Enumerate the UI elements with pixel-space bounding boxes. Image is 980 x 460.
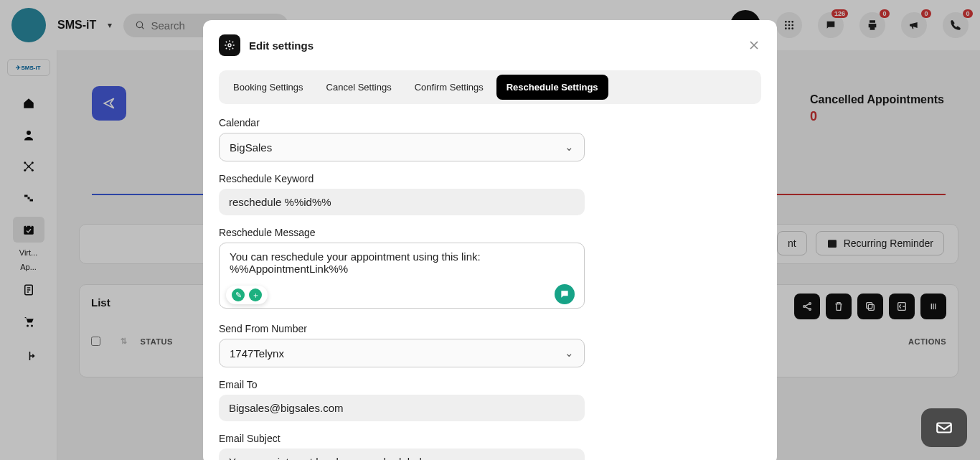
tab-confirm-settings[interactable]: Confirm Settings (405, 75, 494, 100)
tab-reschedule-settings[interactable]: Reschedule Settings (496, 75, 608, 100)
svg-point-28 (228, 44, 231, 47)
send-from-select[interactable]: 1747Telynx ⌄ (219, 339, 585, 367)
tab-booking-settings[interactable]: Booking Settings (223, 75, 314, 100)
svg-rect-29 (937, 423, 951, 433)
reschedule-keyword-input[interactable] (219, 189, 585, 215)
email-to-input[interactable] (219, 395, 585, 421)
mail-icon (935, 418, 953, 437)
chat-insert-button[interactable] (555, 284, 575, 304)
wand-icon[interactable]: ✎ (232, 288, 245, 301)
tab-cancel-settings[interactable]: Cancel Settings (316, 75, 402, 100)
close-button[interactable] (747, 38, 761, 52)
email-to-label: Email To (219, 379, 585, 390)
editor-tools[interactable]: ✎ ＋ (226, 286, 268, 304)
chevron-down-icon: ⌄ (565, 347, 574, 360)
add-icon[interactable]: ＋ (249, 288, 262, 301)
chevron-down-icon: ⌄ (565, 141, 574, 154)
email-subject-label: Email Subject (219, 433, 585, 444)
calendar-label: Calendar (219, 117, 585, 128)
edit-settings-modal: Edit settings Booking Settings Cancel Se… (203, 20, 777, 460)
settings-tabs: Booking Settings Cancel Settings Confirm… (219, 70, 761, 104)
close-icon (747, 38, 761, 52)
send-from-value: 1747Telynx (230, 347, 284, 360)
gear-icon (219, 34, 240, 56)
chat-widget[interactable] (921, 408, 967, 447)
email-subject-input[interactable] (219, 449, 585, 460)
calendar-select[interactable]: BigSales ⌄ (219, 133, 585, 161)
settings-form: Calendar BigSales ⌄ Reschedule Keyword R… (219, 117, 585, 460)
speech-icon (560, 289, 570, 299)
modal-title: Edit settings (249, 39, 314, 52)
send-from-label: Send From Number (219, 323, 585, 334)
reschedule-keyword-label: Reschedule Keyword (219, 173, 585, 184)
calendar-value: BigSales (230, 141, 272, 154)
reschedule-message-textarea[interactable] (219, 243, 585, 309)
reschedule-message-label: Reschedule Message (219, 227, 585, 238)
